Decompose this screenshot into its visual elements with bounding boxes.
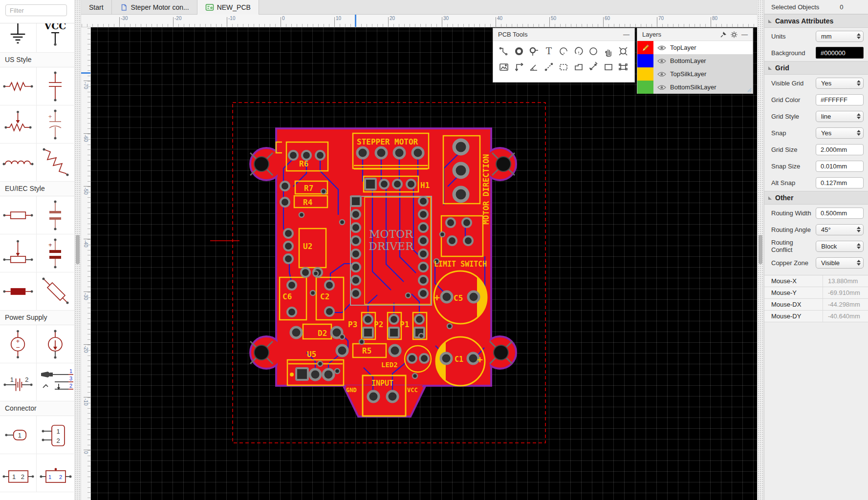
tab-new-pcb[interactable]: NEW_PCB xyxy=(197,0,259,15)
vertical-ruler: -70-60-50-40-30-20-100 xyxy=(81,27,91,500)
layer-color-swatch[interactable] xyxy=(637,41,653,54)
layer-color-swatch[interactable] xyxy=(637,67,653,81)
tab-schematic[interactable]: Steper Motor con... xyxy=(112,0,197,15)
pin-icon[interactable] xyxy=(720,31,727,38)
layer-color-swatch[interactable] xyxy=(637,81,653,94)
circle-icon[interactable] xyxy=(586,44,600,59)
component-capacitor-polarized-eu[interactable]: + xyxy=(37,234,74,272)
routing-conflict-select[interactable]: Block xyxy=(816,241,864,252)
eye-icon[interactable] xyxy=(653,84,670,90)
dimension-arrow-icon[interactable] xyxy=(586,60,600,74)
section-connector[interactable]: Connector xyxy=(0,401,74,416)
pcb-canvas[interactable] xyxy=(91,27,757,500)
align-origin-icon[interactable] xyxy=(616,60,630,74)
component-header-2pin[interactable]: 1 2 xyxy=(37,416,74,454)
properties-panel: Selected Objects 0 Canvas Attributes Uni… xyxy=(764,0,868,500)
alt-snap-input[interactable] xyxy=(816,177,864,188)
svg-text:2: 2 xyxy=(21,473,24,480)
image-icon[interactable] xyxy=(497,60,511,74)
right-splitter[interactable] xyxy=(757,0,764,500)
minimize-icon[interactable]: — xyxy=(623,31,629,38)
section-eu-iec-style[interactable]: EU/IEC Style xyxy=(0,181,74,196)
component-audio-jack[interactable]: 1 3 2 xyxy=(37,363,74,401)
text-icon[interactable]: T xyxy=(542,44,556,59)
routing-angle-select[interactable]: 45° xyxy=(816,224,864,235)
track-icon[interactable] xyxy=(497,44,511,59)
collapse-triangle-icon xyxy=(768,66,772,70)
tab-schematic-label: Steper Motor con... xyxy=(131,3,189,11)
dimension-icon[interactable] xyxy=(512,60,526,74)
svg-text:1: 1 xyxy=(56,428,60,435)
component-battery[interactable]: 1 2 xyxy=(0,363,37,401)
keepout-region-icon[interactable] xyxy=(616,44,630,59)
tab-start[interactable]: Start xyxy=(81,0,112,15)
section-power-supply[interactable]: Power Supply xyxy=(0,310,74,325)
component-capacitor-polarized[interactable]: + xyxy=(37,105,74,144)
resize-handle[interactable] xyxy=(747,87,752,92)
pcb-tools-title: PCB Tools xyxy=(498,31,527,38)
section-other[interactable]: Other xyxy=(764,191,868,205)
selected-objects-value: 0 xyxy=(840,3,843,11)
component-current-source[interactable] xyxy=(37,325,74,363)
via-icon[interactable] xyxy=(512,44,526,59)
component-resistor-filled[interactable] xyxy=(0,272,37,311)
arc-center-icon[interactable] xyxy=(572,44,586,59)
grid-style-select[interactable]: line xyxy=(816,111,864,122)
component-capacitor[interactable] xyxy=(37,67,74,105)
filter-input[interactable] xyxy=(5,4,67,16)
svg-text:1: 1 xyxy=(18,431,22,438)
routing-width-input[interactable] xyxy=(816,208,864,219)
layer-row-bottomsilklayer[interactable]: BottomSilkLayer xyxy=(637,81,753,94)
solid-region-icon[interactable] xyxy=(572,60,586,74)
component-voltage-source[interactable]: + − xyxy=(0,325,37,363)
section-us-style[interactable]: US Style xyxy=(0,52,74,67)
layer-row-toplayer[interactable]: TopLayer xyxy=(637,41,753,54)
eye-icon[interactable] xyxy=(653,71,670,77)
component-resistor-us[interactable] xyxy=(0,67,37,105)
component-inductor[interactable] xyxy=(0,144,37,182)
right-scrollbar-thumb[interactable] xyxy=(759,235,762,264)
layer-color-swatch[interactable] xyxy=(637,54,653,67)
visible-grid-select[interactable]: Yes xyxy=(816,78,864,89)
eye-icon[interactable] xyxy=(653,45,670,51)
minimize-icon[interactable]: — xyxy=(741,31,748,38)
layer-row-topsilklayer[interactable]: TopSilkLayer xyxy=(637,67,753,81)
component-resistor-diagonal-eu[interactable] xyxy=(37,272,74,311)
drag-icon[interactable] xyxy=(602,44,615,59)
background-color-swatch[interactable]: #000000 xyxy=(816,47,864,59)
layers-header[interactable]: Layers — xyxy=(637,28,753,41)
paste-region-icon[interactable] xyxy=(557,60,570,74)
section-grid[interactable]: Grid xyxy=(764,61,868,75)
component-resistor-diagonal[interactable] xyxy=(37,144,74,182)
selected-objects-label: Selected Objects xyxy=(771,3,819,11)
component-header-1pin[interactable]: 1 xyxy=(0,416,37,454)
component-potentiometer-us[interactable] xyxy=(0,105,37,144)
snap-size-input[interactable] xyxy=(816,161,864,172)
pad-icon[interactable] xyxy=(527,44,541,59)
component-potentiometer-eu[interactable] xyxy=(0,234,37,272)
pcb-tools-panel: PCB Tools — T xyxy=(493,28,635,83)
svg-text:2: 2 xyxy=(69,383,72,389)
rect-icon[interactable] xyxy=(602,60,615,74)
pcb-tools-header[interactable]: PCB Tools — xyxy=(493,28,634,41)
snap-select[interactable]: Yes xyxy=(816,127,864,139)
component-header-2pin-horizontal[interactable]: 1 2 xyxy=(0,454,37,492)
units-select[interactable]: mm xyxy=(816,31,864,42)
protractor-icon[interactable] xyxy=(527,60,541,74)
eye-icon[interactable] xyxy=(653,58,670,64)
left-splitter[interactable] xyxy=(74,0,81,500)
pcb-doc-icon xyxy=(205,3,214,11)
copper-zone-select[interactable]: Visible xyxy=(816,257,864,269)
left-scrollbar-thumb[interactable] xyxy=(76,235,80,264)
layer-row-bottomlayer[interactable]: BottomLayer xyxy=(637,54,753,67)
component-header-2pin-horizontal-2[interactable]: 1 2 xyxy=(37,454,74,492)
measure-icon[interactable] xyxy=(542,60,556,74)
grid-color-input[interactable] xyxy=(816,94,864,105)
grid-size-input[interactable] xyxy=(816,144,864,155)
svg-text:2: 2 xyxy=(56,437,60,444)
arc-icon[interactable] xyxy=(557,44,570,59)
section-canvas-attributes[interactable]: Canvas Attributes xyxy=(764,14,868,28)
component-capacitor-eu[interactable] xyxy=(37,196,74,234)
component-resistor-eu[interactable] xyxy=(0,196,37,234)
gear-icon[interactable] xyxy=(731,31,738,38)
